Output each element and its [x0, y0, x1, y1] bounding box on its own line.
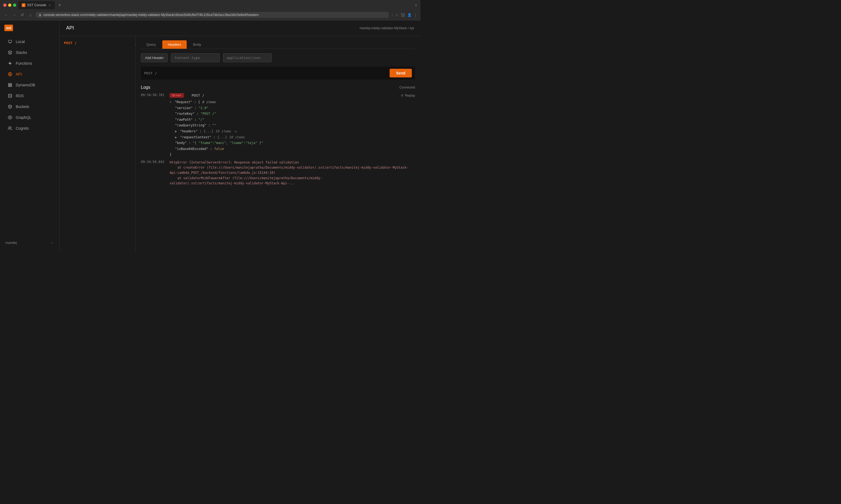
sidebar-item-rds[interactable]: RDS	[2, 91, 57, 101]
left-panel: POST /	[59, 36, 136, 252]
tree-root: ▾ "Request" : { 8 items	[170, 99, 415, 105]
page-header: API manitej-middy-validator-MyStack / Ap…	[59, 20, 420, 36]
tab-favicon: S	[22, 3, 25, 7]
logout-icon[interactable]: ←	[50, 241, 54, 245]
profile-icon[interactable]: 👤	[407, 13, 412, 17]
traffic-light-yellow[interactable]	[8, 3, 11, 7]
app-container: sst Local Stacks Functions	[0, 20, 420, 252]
sidebar-logo: sst	[0, 25, 59, 37]
breadcrumb: manitej-middy-validator-MyStack / Api	[360, 26, 414, 30]
url-bar[interactable]: console.serverless-stack.com/middy-valid…	[36, 12, 389, 18]
sidebar-item-buckets[interactable]: Buckets	[2, 102, 57, 112]
sidebar-item-api[interactable]: API	[2, 69, 57, 79]
rds-icon	[7, 93, 13, 98]
bookmark-icon[interactable]: ☆	[395, 13, 398, 17]
tree-close: }	[170, 152, 415, 158]
traffic-light-green[interactable]	[13, 3, 16, 7]
expand-arrow[interactable]: ▾	[170, 100, 172, 104]
buckets-icon	[7, 104, 13, 109]
arrow-pointer	[136, 43, 136, 47]
svg-marker-6	[8, 115, 12, 119]
sidebar-item-functions[interactable]: Functions	[2, 58, 57, 69]
user-label: manitej	[5, 241, 17, 245]
tree-row-headers: ▶ "headers" : {...} 19 items ⧉	[175, 129, 415, 134]
sidebar-item-graphql[interactable]: GraphQL	[2, 112, 57, 123]
tree-row-routekey: "routeKey" : "POST /"	[175, 111, 415, 117]
tree-row-rawpath: "rawPath" : "/"	[175, 117, 415, 123]
tab-label: SST Console	[27, 3, 46, 7]
tab-close-button[interactable]: ×	[48, 3, 51, 7]
tab-query[interactable]: Query	[141, 40, 161, 49]
sidebar-item-dynamodb[interactable]: DynamoDB	[2, 80, 57, 90]
lock-icon	[38, 13, 42, 17]
sidebar-item-buckets-label: Buckets	[16, 105, 29, 109]
browser-tab[interactable]: S SST Console ×	[18, 1, 55, 9]
header-value-input[interactable]	[223, 53, 272, 62]
main-content: API manitej-middy-validator-MyStack / Ap…	[59, 20, 420, 252]
log-timestamp-2: 09:34:50.842	[141, 160, 165, 186]
tree-row-base64: "isBase64Encoded" : false	[175, 146, 415, 152]
log-entry-header: Error POST / ↺ Replay	[170, 93, 415, 98]
method-badge: POST /	[64, 41, 77, 45]
endpoint-text: POST /	[144, 71, 157, 75]
svg-point-5	[8, 94, 12, 95]
stacks-icon	[7, 50, 13, 55]
expand-headers-arrow[interactable]: ▶	[175, 129, 177, 133]
svg-point-8	[9, 127, 10, 128]
tree-row-body: "body" : "{ "fname":"mani", "lname":"tej…	[175, 140, 415, 146]
send-button[interactable]: Send	[390, 69, 412, 77]
sidebar: sst Local Stacks Functions	[0, 20, 59, 252]
add-header-button[interactable]: Add Header	[141, 53, 168, 62]
log-entry-content: Error POST / ↺ Replay	[170, 93, 415, 158]
log-entry-error: 09:34:50.842 HttpError [InternalServerEr…	[141, 160, 415, 186]
replay-button[interactable]: ↺ Replay	[401, 94, 415, 97]
header-key-input[interactable]	[171, 53, 220, 62]
nav-forward-button[interactable]: →	[11, 13, 17, 17]
sst-logo-text: sst	[4, 25, 13, 31]
tree-row-rawquery: "rawQueryString" : ""	[175, 123, 415, 129]
api-content: POST / Query Headers Body	[59, 36, 420, 252]
tab-headers[interactable]: Headers	[162, 40, 186, 49]
svg-rect-2	[8, 83, 12, 84]
svg-rect-4	[8, 86, 12, 87]
arrow-head	[136, 43, 136, 47]
address-bar: ← → ↺ ⌂ console.serverless-stack.com/mid…	[0, 10, 420, 20]
extensions-icon[interactable]: ⬛	[401, 13, 405, 17]
svg-rect-0	[8, 40, 12, 42]
page-title: API	[66, 25, 74, 31]
nav-refresh-button[interactable]: ↺	[19, 13, 25, 17]
menu-icon[interactable]: ⋮	[414, 13, 417, 17]
sidebar-item-local[interactable]: Local	[2, 37, 57, 47]
new-tab-button[interactable]: +	[56, 1, 64, 9]
log-tree: ▾ "Request" : { 8 items "version" : "2.0…	[170, 99, 415, 158]
log-tree-content: "version" : "2.0" "routeKey" : "POST /" …	[175, 105, 415, 152]
sidebar-navigation: Local Stacks Functions API	[0, 37, 59, 237]
tab-body[interactable]: Body	[188, 40, 207, 49]
nav-back-button[interactable]: ←	[3, 13, 9, 17]
sidebar-item-cognito[interactable]: Cognito	[2, 123, 57, 133]
sidebar-item-rds-label: RDS	[16, 94, 24, 98]
sidebar-item-cognito-label: Cognito	[16, 126, 29, 130]
svg-point-7	[10, 117, 11, 118]
tab-expand-icon[interactable]: ∨	[415, 3, 417, 7]
logs-body: 09:34:50.701 Error POST / ↺ Rep	[141, 93, 415, 248]
tree-row-requestcontext: ▶ "requestContext" : {...} 10 items	[175, 134, 415, 141]
title-bar: S SST Console × + ∨	[0, 0, 420, 10]
sidebar-item-api-label: API	[16, 72, 22, 76]
sidebar-footer: manitej ←	[0, 237, 59, 248]
local-icon	[7, 39, 13, 44]
dynamodb-icon	[7, 83, 13, 87]
log-timestamp: 09:34:50.701	[141, 93, 165, 158]
sidebar-item-stacks[interactable]: Stacks	[2, 47, 57, 58]
browser-chrome: S SST Console × + ∨ ← → ↺ ⌂ console.serv…	[0, 0, 420, 20]
copy-icon[interactable]: ⧉	[234, 130, 238, 133]
share-icon[interactable]: ↑	[392, 13, 393, 17]
log-entry-meta: Error POST /	[170, 93, 204, 98]
sidebar-item-dynamodb-label: DynamoDB	[16, 83, 35, 87]
sidebar-item-local-label: Local	[16, 39, 25, 44]
nav-home-button[interactable]: ⌂	[28, 13, 33, 17]
traffic-light-red[interactable]	[3, 3, 6, 7]
tree-row-version: "version" : "2.0"	[175, 105, 415, 111]
expand-context-arrow[interactable]: ▶	[175, 135, 177, 139]
tab-bar: S SST Console × +	[18, 1, 413, 9]
